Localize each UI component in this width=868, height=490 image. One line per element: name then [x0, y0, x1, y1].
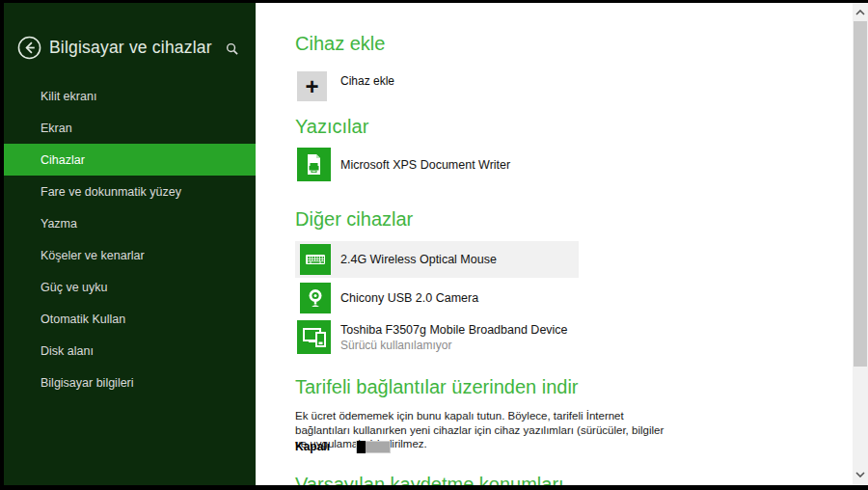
sidebar-menu: Kilit ekranı Ekran Cihazlar Fare ve doku… — [4, 80, 256, 398]
device-text: Toshiba F3507g Mobile Broadband Device S… — [340, 320, 568, 352]
monitor-phone-icon — [297, 320, 331, 354]
sidebar-item-corners-edges[interactable]: Köşeler ve kenarlar — [4, 239, 256, 271]
section-heading-add-device: Cihaz ekle — [295, 33, 385, 55]
add-device-button[interactable]: + — [297, 71, 327, 101]
sidebar-item-disk-space[interactable]: Disk alanı — [4, 335, 256, 367]
metered-download-toggle[interactable] — [356, 441, 391, 453]
sidebar-item-power-sleep[interactable]: Güç ve uyku — [4, 271, 256, 303]
sidebar-item-display[interactable]: Ekran — [4, 112, 256, 144]
keyboard-icon — [300, 244, 331, 275]
device-row-mobile-broadband[interactable]: Toshiba F3507g Mobile Broadband Device S… — [297, 320, 702, 357]
section-heading-metered: Tarifeli bağlantılar üzerinden indir — [295, 376, 579, 398]
device-row-wireless-mouse[interactable]: 2.4G Wireless Optical Mouse — [295, 241, 579, 278]
section-heading-printers: Yazıcılar — [295, 116, 368, 138]
webcam-icon — [300, 283, 331, 313]
toggle-knob[interactable] — [357, 441, 366, 453]
add-device-row: + Cihaz ekle — [297, 71, 394, 101]
device-row-xps-writer[interactable]: Microsoft XPS Document Writer — [297, 148, 683, 181]
plus-icon: + — [305, 75, 318, 98]
sidebar: Bilgisayar ve cihazlar Kilit ekranı Ekra… — [4, 3, 256, 485]
sidebar-item-typing[interactable]: Yazma — [4, 207, 256, 239]
device-name: Microsoft XPS Document Writer — [340, 158, 510, 172]
metered-toggle-row: Kapalı — [295, 440, 391, 453]
toggle-state-label: Kapalı — [295, 440, 330, 453]
search-icon[interactable] — [226, 41, 238, 54]
sidebar-item-pc-info[interactable]: Bilgisayar bilgileri — [4, 367, 256, 398]
back-button[interactable] — [17, 36, 41, 60]
pc-settings-window: Bilgisayar ve cihazlar Kilit ekranı Ekra… — [0, 0, 868, 490]
section-heading-other-devices: Diğer cihazlar — [295, 208, 413, 231]
device-name: 2.4G Wireless Optical Mouse — [340, 253, 497, 266]
sidebar-item-autoplay[interactable]: Otomatik Kullan — [4, 303, 256, 335]
vertical-scrollbar[interactable] — [853, 3, 868, 485]
printer-document-icon — [297, 148, 331, 181]
scrollbar-thumb[interactable] — [854, 21, 867, 367]
device-name: Toshiba F3507g Mobile Broadband Device — [340, 323, 568, 337]
add-device-label: Cihaz ekle — [340, 74, 394, 101]
sidebar-item-mouse-touchpad[interactable]: Fare ve dokunmatik yüzey — [4, 176, 256, 207]
sidebar-item-devices[interactable]: Cihazlar — [4, 144, 256, 176]
page-title: Bilgisayar ve cihazlar — [49, 38, 226, 58]
device-status: Sürücü kullanılamıyor — [340, 339, 568, 352]
device-row-usb-camera[interactable]: Chicony USB 2.0 Camera — [295, 280, 579, 316]
sidebar-item-lock-screen[interactable]: Kilit ekranı — [4, 80, 256, 112]
section-heading-save-locations: Varsayılan kaydetme konumları — [295, 474, 564, 485]
scroll-down-icon[interactable] — [853, 468, 868, 481]
sidebar-header: Bilgisayar ve cihazlar — [4, 32, 256, 63]
device-name: Chicony USB 2.0 Camera — [340, 291, 478, 305]
main-content: Cihaz ekle + Cihaz ekle Yazıcılar Micros… — [256, 3, 853, 485]
scroll-up-icon[interactable] — [853, 6, 868, 19]
